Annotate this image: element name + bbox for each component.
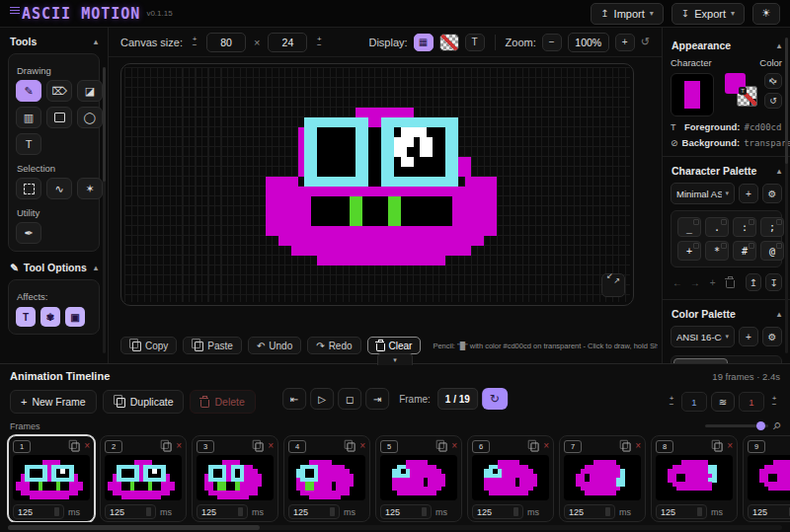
affects-character-toggle[interactable]: T [16,307,36,327]
slider-thumb[interactable] [756,421,765,430]
palette-download-button[interactable]: ↧ [765,273,782,291]
palette-char-button[interactable]: + [677,241,701,261]
duration-stepper-icon[interactable] [238,507,243,516]
right-panel-scrollbar[interactable] [785,38,788,353]
new-frame-button[interactable]: +New Frame [10,390,97,414]
duration-stepper-icon[interactable] [605,507,610,516]
tools-section-header[interactable]: Tools ▴ [0,28,108,53]
zoom-reset-button[interactable]: ↺ [641,36,650,48]
duplicate-frame-icon[interactable] [439,443,447,452]
text-tool-button[interactable]: T [16,133,41,155]
frame-duration-input[interactable]: 125 [748,504,790,519]
foreground-value[interactable]: #cd00cd [744,122,781,132]
palette-char-button[interactable]: _ [677,217,701,237]
delete-frame-icon[interactable]: × [451,441,457,451]
frame-thumbnail[interactable] [656,455,733,500]
foreground-color-swatch[interactable]: T [725,73,746,94]
zoom-out-button[interactable]: − [542,34,562,51]
palette-char-button[interactable]: # [733,241,756,261]
redo-button[interactable]: ↷Redo [307,337,360,354]
eraser-tool-button[interactable]: ⌦ [46,80,72,102]
duplicate-frame-icon[interactable] [715,443,723,452]
frame-duration-input[interactable]: 125 [197,504,248,519]
frame-thumbnail[interactable] [288,455,365,500]
frames-scrollbar-thumb[interactable] [8,525,260,530]
next-onion-count[interactable]: 1 [739,392,764,412]
canvas-height-input[interactable]: 24 [268,33,307,52]
frames-scrollbar[interactable] [8,525,782,530]
color-palette-select[interactable]: ANSI 16-Col ▾ [671,326,735,347]
thumbnail-size-slider[interactable] [705,424,768,427]
frame-duration-input[interactable]: 125 [564,504,615,519]
duplicate-frame-icon[interactable] [623,443,631,452]
character-palette-header[interactable]: Character Palette ▴ [671,157,782,183]
frame-card[interactable]: 9 × 125 ms [743,435,790,522]
frame-thumbnail[interactable] [105,455,182,500]
prev-onion-count[interactable]: 1 [681,392,707,412]
delete-frame-icon[interactable]: × [84,441,90,451]
frame-duration-input[interactable]: 125 [105,504,156,519]
left-panel-scrollbar[interactable] [103,67,106,353]
palette-char-button[interactable]: : [733,217,756,237]
export-button[interactable]: ↧ Export ▾ [672,3,745,25]
canvas-artwork[interactable] [266,108,497,266]
frame-duration-input[interactable]: 125 [656,504,707,519]
duration-stepper-icon[interactable] [146,507,151,516]
canvas-resize-handle[interactable]: ↗ ↙ [601,273,625,297]
palette-prev-button[interactable]: ← [671,274,684,290]
lasso-tool-button[interactable]: ∿ [46,178,72,199]
character-display-toggle[interactable]: T [465,34,485,51]
frame-card[interactable]: 6 × 125 ms [467,435,554,522]
add-color-palette-button[interactable]: + [739,327,758,346]
palette-char-button[interactable]: . [705,217,729,237]
affects-background-toggle[interactable]: ▣ [65,307,85,327]
prev-onion-stepper[interactable]: +− [666,396,677,408]
height-stepper[interactable]: +− [313,37,325,48]
duplicate-frame-icon[interactable] [531,443,539,452]
duration-stepper-icon[interactable] [697,507,702,516]
gradient-tool-button[interactable]: ▥ [16,107,41,128]
onion-skin-toggle[interactable]: ≋ [711,392,735,412]
undo-button[interactable]: ↶Undo [248,337,301,354]
paste-button[interactable]: Paste [183,337,242,354]
frame-thumbnail[interactable] [197,455,274,500]
frame-card[interactable]: 7 × 125 ms [559,435,646,522]
reset-colors-button[interactable]: ↺ [764,93,782,109]
clear-button[interactable]: Clear [367,337,422,354]
import-button[interactable]: ↥ Import ▾ [591,3,664,25]
palette-char-button[interactable]: @ [760,241,784,261]
add-palette-button[interactable]: + [739,184,758,203]
timeline-collapse-button[interactable]: ▾ [377,353,413,365]
frame-card[interactable]: 2 × 125 ms [100,435,187,522]
ellipse-tool-button[interactable]: ◯ [77,107,103,128]
canvas-width-input[interactable]: 80 [206,33,246,52]
play-button[interactable]: ▷ [310,388,334,410]
frame-card[interactable]: 4 × 125 ms [283,435,370,522]
color-palette-settings-button[interactable]: ⚙ [762,327,782,346]
palette-add-char-button[interactable]: + [706,274,720,290]
frame-card[interactable]: 8 × 125 ms [651,435,738,522]
fill-tool-button[interactable]: ◪ [77,80,103,102]
frame-thumbnail[interactable] [380,455,457,500]
frame-duration-input[interactable]: 125 [472,504,523,519]
duration-stepper-icon[interactable] [330,507,335,516]
rect-select-tool-button[interactable] [16,178,41,199]
color-palette-header[interactable]: Color Palette ▴ [671,300,782,326]
delete-frame-button[interactable]: Delete [190,390,255,414]
background-value[interactable]: transparent [744,138,790,148]
swap-colors-button[interactable]: ⇄ [764,73,782,89]
frame-card[interactable]: 1 × 125 ms [8,435,95,522]
delete-frame-icon[interactable]: × [359,441,365,451]
first-frame-button[interactable]: ⇤ [282,388,306,410]
width-stepper[interactable]: +− [189,37,200,48]
delete-frame-icon[interactable]: × [543,441,549,451]
frame-duration-input[interactable]: 125 [13,504,64,519]
next-onion-stepper[interactable]: +− [768,396,780,408]
frame-card[interactable]: 3 × 125 ms [192,435,278,522]
delete-frame-icon[interactable]: × [176,441,182,451]
duration-stepper-icon[interactable] [422,507,427,516]
frame-thumbnail[interactable] [13,455,90,500]
duplicate-frame-icon[interactable] [348,443,356,452]
duration-stepper-icon[interactable] [54,507,59,516]
grid-display-toggle[interactable]: ▦ [414,34,434,51]
